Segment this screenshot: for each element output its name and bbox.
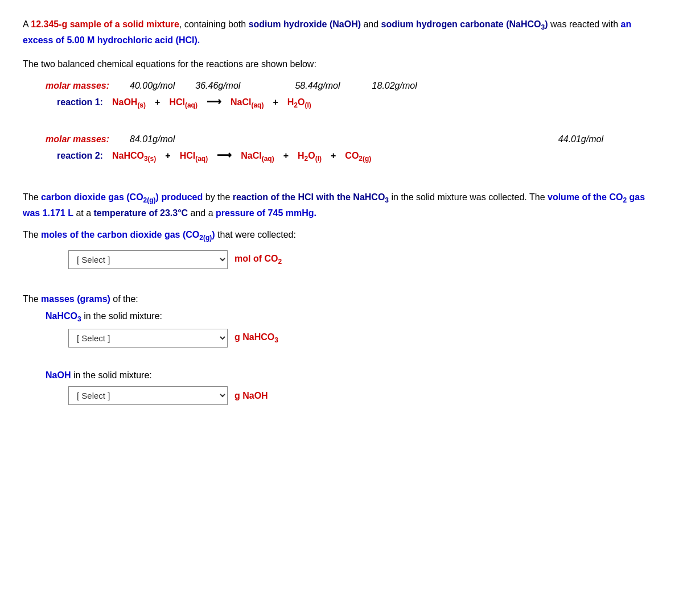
moles-co2-unit: mol of CO2 — [234, 254, 282, 266]
reaction-1-plus1: + — [155, 97, 160, 108]
intro-paragraph: A 12.345-g sample of a solid mixture, co… — [23, 17, 660, 48]
reaction-1-row: reaction 1: NaOH(s) + HCl(aq) ⟶ NaCl(aq)… — [23, 96, 660, 109]
pressure-label: pressure of 745 mmHg. — [216, 208, 316, 218]
reaction-2-molar-masses-row: molar masses: 84.01g/mol 44.01g/mol — [23, 134, 660, 144]
reaction-2-block: molar masses: 84.01g/mol 44.01g/mol reac… — [23, 134, 660, 163]
reaction-1-product1: NaCl(aq) — [231, 97, 264, 109]
nahco3-mass-select[interactable]: [ Select ] 0.04656 0.04700 0.04712 0.048… — [68, 329, 228, 348]
co2-paragraph: The carbon dioxide gas (CO2(g)) produced… — [23, 190, 660, 221]
reaction-2-product1: NaCl(aq) — [241, 151, 274, 163]
molar-mass-1-2: 36.46g/mol — [195, 81, 240, 91]
naoh-select-row: [ Select ] 0.04656 0.04700 0.04712 0.048… — [68, 386, 660, 405]
naoh-compound-label: NaOH — [46, 370, 71, 380]
reaction-1-product2: H2O(l) — [287, 97, 311, 109]
naoh-subsection: NaOH in the solid mixture: [ Select ] 0.… — [23, 370, 660, 405]
moles-select-row: [ Select ] 0.04656 0.04700 0.04712 0.048… — [68, 250, 660, 269]
reaction-1-block: molar masses: 40.00g/mol 36.46g/mol 58.4… — [23, 81, 660, 109]
reaction-2-product2: H2O(l) — [298, 151, 322, 163]
reaction-2-plus1: + — [165, 151, 170, 161]
reaction-2-plus3: + — [331, 151, 336, 161]
reaction-2-row: reaction 2: NaHCO3(s) + HCl(aq) ⟶ NaCl(a… — [23, 149, 660, 163]
reaction-1-label: reaction 1: — [57, 97, 103, 108]
molar-mass-1-1: 40.00g/mol — [130, 81, 175, 91]
nahco3-compound-label: NaHCO3 — [46, 311, 81, 321]
molar-mass-2-right: 44.01g/mol — [558, 134, 603, 144]
reaction-1-plus2: + — [273, 97, 278, 108]
nahco3-subsection: NaHCO3 in the solid mixture: [ Select ] … — [23, 311, 660, 348]
reaction-1-arrow: ⟶ — [207, 96, 221, 108]
naoh-label: sodium hydroxide (NaOH) — [249, 19, 361, 29]
balanced-eq-text: The two balanced chemical equations for … — [23, 57, 660, 72]
molar-mass-1-3: 58.44g/mol — [295, 81, 340, 91]
reaction-2-reactant1: NaHCO3(s) — [112, 151, 156, 163]
masses-bold-label: masses (grams) — [41, 294, 110, 304]
reaction-1-molar-masses-row: molar masses: 40.00g/mol 36.46g/mol 58.4… — [23, 81, 660, 91]
molar-masses-label-2: molar masses: — [46, 134, 109, 144]
reaction-2-plus2: + — [283, 151, 289, 161]
nahco3-label: sodium hydrogen carbonate (NaHCO3) — [381, 19, 548, 29]
reaction-1-reactant1: NaOH(s) — [112, 97, 146, 109]
naoh-mass-select[interactable]: [ Select ] 0.04656 0.04700 0.04712 0.048… — [68, 386, 228, 405]
reaction-2-arrow: ⟶ — [217, 149, 232, 162]
temp-label: temperature of 23.3°C — [94, 208, 188, 218]
reaction-2-product3: CO2(g) — [345, 151, 371, 163]
co2-produced-label: carbon dioxide gas (CO2(g)) produced — [41, 192, 203, 202]
reaction-2-reactant2: HCl(aq) — [180, 151, 208, 163]
nahco3-sub-heading: NaHCO3 in the solid mixture: — [23, 311, 660, 323]
molar-mass-2-left: 84.01g/mol — [130, 134, 175, 144]
reaction-2-label: reaction 2: — [57, 151, 103, 161]
moles-question-paragraph: The moles of the carbon dioxide gas (CO2… — [23, 228, 660, 243]
nahco3-unit: g NaHCO3 — [234, 332, 278, 344]
masses-section: The masses (grams) of the: NaHCO3 in the… — [23, 294, 660, 405]
reaction-2-molar-left: molar masses: 84.01g/mol — [46, 134, 175, 144]
naoh-sub-heading: NaOH in the solid mixture: — [23, 370, 660, 381]
moles-co2-select[interactable]: [ Select ] 0.04656 0.04700 0.04712 0.048… — [68, 250, 228, 269]
moles-label: moles of the carbon dioxide gas (CO2(g)) — [41, 230, 215, 239]
molar-mass-1-4: 18.02g/mol — [372, 81, 417, 91]
reaction-1-reactant2: HCl(aq) — [169, 97, 198, 109]
molar-masses-label-1: molar masses: — [46, 81, 109, 91]
masses-heading: The masses (grams) of the: — [23, 294, 660, 304]
reaction-hcl-nahco3-label: reaction of the HCl with the NaHCO3 — [233, 192, 389, 202]
naoh-unit: g NaOH — [234, 391, 268, 401]
sample-desc: 12.345-g sample of a solid mixture — [31, 19, 179, 29]
nahco3-select-row: [ Select ] 0.04656 0.04700 0.04712 0.048… — [68, 329, 660, 348]
